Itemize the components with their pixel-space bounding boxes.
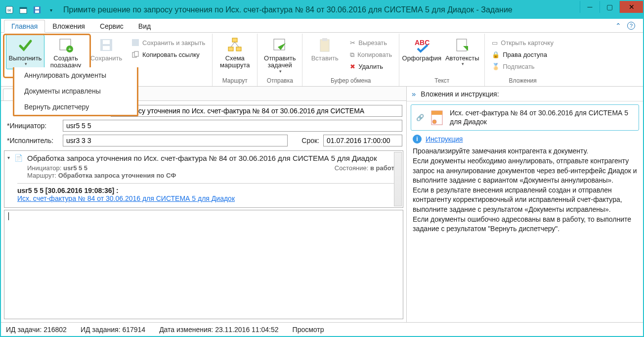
access-rights-button[interactable]: 🔒 Права доступа <box>488 48 551 60</box>
delete-label: Удалить <box>358 63 383 70</box>
task-icon: 📄 <box>14 154 23 162</box>
spellcheck-icon: ABC <box>414 37 429 53</box>
floppy-icon <box>98 37 114 53</box>
copy-link-button[interactable]: Копировать ссылку <box>128 48 204 60</box>
svg-rect-6 <box>35 10 39 13</box>
dropdown-item-cancel-docs[interactable]: Аннулировать документы <box>14 67 137 83</box>
status-bar: ИД задачи: 216802 ИД задания: 617914 Дат… <box>1 322 643 336</box>
group-clipboard-label: Буфер обмена <box>331 76 371 85</box>
chevron-down-icon: ▾ <box>25 62 27 67</box>
group-send-label: Отправка <box>267 76 293 85</box>
send-as-task-button[interactable]: Отправить задачей ▾ <box>260 35 299 76</box>
send-label: Отправить задачей <box>262 55 298 69</box>
qat-dropdown-icon[interactable]: ▾ <box>45 4 56 15</box>
spellcheck-button[interactable]: ABC Орфография <box>402 35 441 64</box>
create-subtask-button[interactable]: + Создать подзадачу <box>46 35 85 72</box>
svg-rect-13 <box>132 39 139 46</box>
deadline-label: Срок: <box>292 137 319 144</box>
delete-icon: ✖ <box>350 63 355 70</box>
svg-rect-16 <box>232 38 237 42</box>
paste-button: Вставить <box>305 35 344 64</box>
menu-tab-attachments[interactable]: Вложения <box>45 20 92 33</box>
autotext-label: Автотексты <box>445 55 479 62</box>
menu-tab-main[interactable]: Главная <box>4 20 45 33</box>
main-pane: ие *Инициатор: *Исполнитель: Срок: ▾ 📄 О… <box>1 87 407 322</box>
minimize-button[interactable]: ─ <box>580 1 600 13</box>
chevron-down-icon: ▾ <box>462 62 464 67</box>
attachment-row[interactable]: 🔗 Исх. счет-фактура № 84 от 30.06.2016 д… <box>411 104 639 131</box>
card-icon: ▭ <box>492 40 498 46</box>
svg-rect-17 <box>228 47 233 51</box>
performer-input[interactable] <box>63 135 288 146</box>
status-taskid-label: ИД задачи: <box>6 326 42 334</box>
svg-rect-15 <box>134 51 138 56</box>
menu-tab-service[interactable]: Сервис <box>92 20 131 33</box>
group-text-label: Текст <box>434 76 449 85</box>
route-route-label: Маршрут: <box>27 172 56 179</box>
paste-label: Вставить <box>311 55 339 62</box>
autotext-icon <box>454 37 470 53</box>
sign-label: Подписать <box>503 63 534 70</box>
message-link[interactable]: Исх. счет-фактура № 84 от 30.06.2016 для… <box>17 194 235 202</box>
subject-input[interactable] <box>111 105 402 117</box>
execute-label: Выполнить <box>9 55 42 62</box>
qat-calendar-icon[interactable] <box>18 4 29 15</box>
side-title: Вложения и инструкция: <box>421 90 499 98</box>
cut-button: ✂ Вырезать <box>346 37 391 48</box>
status-mode: Просмотр <box>293 326 324 334</box>
sign-button: 🏅 Подписать <box>488 60 538 72</box>
execute-button[interactable]: Выполнить ▾ <box>6 35 44 69</box>
qat-save-icon[interactable] <box>32 4 43 15</box>
check-icon <box>17 37 33 53</box>
svg-rect-23 <box>320 40 329 51</box>
message-textarea[interactable] <box>4 210 403 319</box>
svg-rect-12 <box>103 46 110 50</box>
group-route-label: Маршрут <box>222 76 248 85</box>
delete-button[interactable]: ✖ Удалить <box>346 60 387 72</box>
maximize-button[interactable]: ▢ <box>600 1 619 13</box>
svg-rect-26 <box>457 39 467 51</box>
chevron-down-icon: ▾ <box>279 69 282 74</box>
dropdown-item-docs-fixed[interactable]: Документы исправлены <box>14 83 137 99</box>
attachment-title: Исх. счет-фактура № 84 от 30.06.2016 для… <box>450 109 633 126</box>
send-icon <box>272 37 288 53</box>
route-state-label: Состояние: <box>335 164 368 172</box>
subtask-icon: + <box>58 37 74 53</box>
copy-button: ⧉ Копировать <box>346 48 396 60</box>
svg-text:+: + <box>68 46 71 52</box>
route-initiator-label: Инициатор: <box>27 164 61 172</box>
lock-icon: 🔒 <box>492 51 500 58</box>
svg-rect-3 <box>20 7 27 9</box>
route-scrollbar[interactable] <box>394 152 402 206</box>
route-route-val: Обработка запроса уточнения по СФ <box>58 172 176 179</box>
svg-line-20 <box>235 42 239 47</box>
svg-text:✉: ✉ <box>7 8 11 13</box>
status-jobid-label: ИД задания: <box>81 326 121 334</box>
help-icon[interactable]: ? <box>627 22 635 30</box>
deadline-input[interactable] <box>323 135 402 146</box>
instruction-text: Проанализируйте замечания контрагента к … <box>407 146 643 237</box>
copy-label: Копировать <box>357 51 392 58</box>
instruction-link[interactable]: Инструкция <box>426 135 463 143</box>
copy-icon: ⧉ <box>350 51 354 58</box>
message-author: usr5 5 5 [30.06.2016 19:08:36] : <box>17 187 398 194</box>
ribbon-collapse-icon[interactable]: ⌃ <box>615 22 621 30</box>
qat-app-icon: ✉ <box>4 4 15 15</box>
svg-rect-29 <box>431 111 442 115</box>
close-button[interactable]: ✕ <box>619 1 643 13</box>
clipboard-icon <box>317 37 333 53</box>
spell-label: Орфография <box>402 55 441 62</box>
status-jobid: 617914 <box>122 326 145 334</box>
save-label: Сохранить <box>90 55 123 62</box>
collapse-icon[interactable]: ▾ <box>7 155 10 160</box>
autotext-button[interactable]: Автотексты ▾ <box>443 35 481 69</box>
save-button: Сохранить <box>87 35 126 64</box>
access-label: Права доступа <box>503 51 547 58</box>
route-schema-button[interactable]: Схема маршрута <box>215 35 254 72</box>
menu-tab-view[interactable]: Вид <box>131 20 158 33</box>
expand-icon[interactable]: » <box>412 90 416 98</box>
initiator-input[interactable] <box>63 120 402 132</box>
dropdown-item-return-dispatcher[interactable]: Вернуть диспетчеру <box>14 99 137 115</box>
route-icon <box>227 37 243 53</box>
link-icon: 🔗 <box>416 114 424 121</box>
